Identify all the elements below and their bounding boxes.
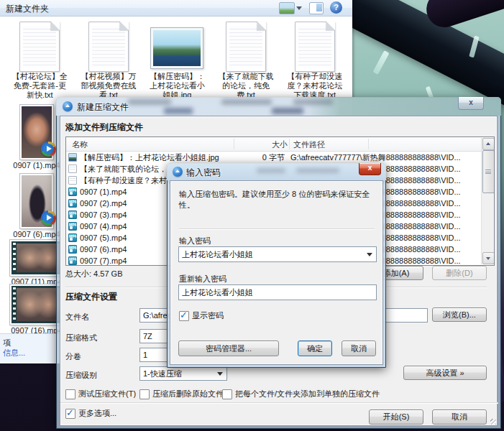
views-thumbnail-icon[interactable] (279, 2, 295, 14)
option-checkbox[interactable]: 把每个文件/文件夹添加到单独的压缩文件 (222, 389, 380, 399)
jpg-file-icon (68, 153, 77, 162)
more-options-label: 更多选项... (78, 408, 116, 419)
glass-blur-blob (164, 108, 193, 114)
settings-section-title: 压缩文件设置 (65, 291, 117, 303)
bandizip-icon (173, 167, 183, 177)
scroll-up-button[interactable] (482, 138, 495, 150)
views-dropdown-arrow-icon[interactable] (296, 6, 302, 10)
password-hint: 输入压缩包密码。建议使用至少 8 位的密码来保证安全性。 (179, 189, 375, 210)
glass-blur-blob (221, 99, 272, 105)
video-item[interactable]: 0907 (16).mp4 (10, 284, 63, 335)
chevron-down-icon[interactable] (367, 253, 372, 256)
column-size[interactable]: 大小 (239, 139, 288, 150)
password-dialog-title: 输入密码 (186, 167, 221, 179)
file-label: 【有种子却没速度？来村花论坛下载速度.txt (280, 72, 349, 100)
add-files-section-title: 添加文件到压缩文件 (65, 121, 143, 134)
column-separator (289, 139, 290, 149)
video-label: 0907 (1).mp4 (10, 161, 63, 170)
password-manager-button[interactable]: 密码管理器... (178, 340, 279, 356)
checkbox-icon[interactable] (139, 389, 150, 399)
filename-label: 文件名 (65, 312, 89, 323)
video-item[interactable]: 0907 (6).mp4 (10, 174, 63, 238)
file-item[interactable]: 【来了就能下载的论坛，纯免费.txt (212, 19, 280, 102)
browse-button[interactable]: 浏览(B)... (432, 307, 487, 322)
file-label: 【来了就能下载的论坛，纯免费.txt (212, 72, 280, 100)
level-label: 压缩级别 (65, 370, 97, 381)
file-grid-row: 【村花论坛】全免费-无套路-更新快.txt【村花视频】万部视频免费在线看.txt… (6, 19, 349, 102)
glass-blur-blob (257, 168, 285, 173)
show-password-checkbox[interactable]: 显示密码 (179, 310, 224, 321)
checkbox-checked-icon[interactable] (179, 311, 189, 321)
chevron-down-icon[interactable] (217, 372, 223, 376)
option-label: 压缩后删除原始文件 (152, 389, 224, 399)
video-item[interactable]: 0907 (11).mp4 (10, 240, 63, 286)
cell-path: G:\afreecatv777777\新热舞888888888888\VID..… (290, 152, 481, 163)
file-label: 【村花视频】万部视频免费在线看.txt (75, 72, 143, 100)
more-options-checkbox[interactable]: 更多选项... (65, 408, 116, 419)
level-select[interactable]: 1-快速压缩 (139, 366, 227, 381)
play-overlay-icon (41, 142, 56, 157)
file-item[interactable]: 【解压密码】：上村花论坛看小姐姐.jpg (143, 19, 211, 102)
separator (60, 402, 498, 403)
file-label: 【解压密码】：上村花论坛看小姐姐.jpg (143, 72, 211, 100)
crystal-shard (372, 50, 389, 75)
jpg-file-icon (150, 27, 203, 69)
delete-button[interactable]: 删除(D) (432, 266, 487, 280)
enter-password-label: 输入密码 (179, 236, 211, 246)
txt-file-icon (19, 22, 60, 72)
total-size-label: 总大小: 4.57 GB (65, 269, 122, 279)
reenter-password-input[interactable]: 上村花论坛看小姐姐 (178, 284, 377, 300)
archive-dialog-title: 新建压缩文件 (77, 101, 129, 113)
video-item[interactable]: 0907 (1).mp4 (10, 105, 63, 170)
file-item[interactable]: 【村花论坛】全免费-无套路-更新快.txt (6, 19, 74, 102)
list-scrollbar[interactable] (481, 138, 494, 264)
advanced-settings-button[interactable]: 高级设置 » (403, 366, 487, 380)
checkbox-icon[interactable] (222, 389, 232, 399)
password-close-button[interactable]: x (359, 163, 381, 175)
option-label: 测试压缩文件(T) (78, 389, 136, 399)
mp4-file-icon: MP4 (68, 187, 77, 196)
mp4-file-icon: MP4 (68, 233, 77, 242)
start-button[interactable]: 开始(S) (369, 409, 423, 425)
info-link[interactable]: 信息... (3, 348, 25, 358)
glass-blur-blob (128, 99, 171, 105)
jpg-thumbnail (153, 30, 201, 66)
file-list-header[interactable]: 名称 大小 文件路径 (66, 137, 494, 152)
txt-file-icon (88, 22, 129, 72)
password-cancel-button[interactable]: 取消 (342, 340, 376, 356)
cell-size: 0 字节 (236, 152, 290, 163)
film-frame-image (17, 288, 61, 321)
video-thumbnail (20, 105, 53, 159)
column-separator (368, 139, 369, 149)
file-item[interactable]: 【有种子却没速度？来村花论坛下载速度.txt (280, 19, 349, 102)
password-dialog: 输入密码 x 输入压缩包密码。建议使用至少 8 位的密码来保证安全性。 输入密码… (167, 163, 386, 368)
format-value: 7Z (143, 332, 152, 340)
format-label: 压缩格式 (65, 333, 97, 343)
mp4-file-icon: MP4 (68, 199, 77, 208)
checkbox-checked-icon[interactable] (65, 409, 75, 419)
file-item[interactable]: 【村花视频】万部视频免费在线看.txt (75, 19, 143, 102)
scrollbar-thumb[interactable] (482, 150, 495, 193)
ok-button[interactable]: 确定 (298, 340, 332, 356)
scroll-down-button[interactable] (482, 252, 495, 264)
help-icon[interactable]: ? (330, 1, 342, 14)
mp4-file-icon: MP4 (68, 245, 77, 254)
option-checkbox[interactable]: 压缩后删除原始文件 (139, 389, 224, 399)
column-name[interactable]: 名称 (72, 139, 88, 150)
archive-close-button[interactable]: x (458, 97, 484, 110)
option-checkbox[interactable]: 测试压缩文件(T) (65, 389, 136, 399)
txt-file-icon (226, 22, 266, 72)
explorer-folder-title: 新建文件夹 (6, 3, 49, 15)
checkbox-icon[interactable] (65, 389, 75, 399)
cancel-button[interactable]: 取消 (432, 409, 487, 425)
resize-grip[interactable] (490, 419, 496, 425)
txt-file-icon (295, 22, 335, 72)
glass-blur-blob (293, 99, 333, 105)
preview-pane-icon[interactable] (309, 2, 324, 14)
column-path[interactable]: 文件路径 (293, 139, 325, 150)
txt-file-icon (68, 164, 77, 173)
film-frame-image (17, 244, 61, 272)
separator (179, 228, 375, 229)
table-row[interactable]: 【解压密码】：上村花论坛看小姐姐.jpg0 字节G:\afreecatv7777… (66, 152, 481, 163)
password-combobox[interactable]: 上村花论坛看小姐姐 (178, 246, 377, 262)
